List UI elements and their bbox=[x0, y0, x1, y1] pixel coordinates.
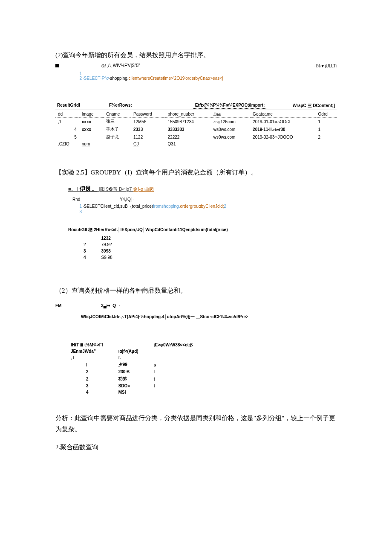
cell: 4 bbox=[82, 255, 99, 260]
table-row: 3SDO«t bbox=[69, 383, 205, 389]
cell: S9.98 bbox=[100, 255, 125, 260]
line-num: 2 bbox=[77, 76, 82, 81]
fm-line: FM 3▄↦│Q│· bbox=[55, 303, 337, 308]
table-row: 1232 bbox=[82, 235, 125, 241]
garble-toolbar: ■。 I 伊艮。 |阳 9❷喀 D∞lg7 金|-ο 曲囪 bbox=[68, 185, 337, 193]
cell: 功笫 bbox=[117, 375, 151, 382]
cell: .CZIQ bbox=[55, 141, 79, 147]
cell: 4 bbox=[84, 389, 116, 395]
cell bbox=[250, 141, 315, 147]
table-header-row: IHtT Ⅲ t%M¾>FI jE>φ0WrW38<<ct:β bbox=[69, 342, 205, 348]
garble-text: 金|-ο 曲囪 bbox=[133, 186, 154, 192]
sql-garble-3: WIiqJCOfMiClidJrk·,·-T(APi4)·½hoppIng.4│… bbox=[81, 314, 337, 320]
cell: ws9ws.com bbox=[211, 133, 250, 141]
cell: 1 bbox=[316, 118, 337, 126]
cell: 夕99 bbox=[117, 361, 151, 368]
cell: SDO« bbox=[117, 383, 151, 389]
line-num: 1 bbox=[77, 71, 82, 76]
col-geateame: Geateame bbox=[250, 111, 315, 118]
cell bbox=[82, 235, 99, 241]
cell: 2019-02-03∞JOOOO bbox=[250, 133, 315, 141]
cell: xxxx bbox=[79, 125, 104, 133]
toolbar-2-2: Oi 八 WIV¾F'V|S"5" ·I%▼jULLTi bbox=[55, 63, 337, 69]
wrap-content-label: WrapC 三 DContent;] bbox=[291, 103, 337, 109]
table-row: 4 xxxx 手木子 2333 3333333 ws0ws.com 2019·1… bbox=[55, 125, 337, 133]
cell: 1 bbox=[316, 125, 337, 133]
table-row: 279.92 bbox=[82, 242, 125, 247]
cell: 4 bbox=[55, 125, 79, 133]
col-odrd: Odrd bbox=[316, 111, 337, 118]
line-num: 3 bbox=[77, 209, 82, 214]
garble-text: |阳 9❷喀 D∞lg7 bbox=[98, 186, 133, 192]
sql-block-1: 1 2·SELECT·F^σ·shopping.clientwhereCreat… bbox=[77, 71, 337, 81]
cell: num bbox=[79, 141, 104, 147]
cell: 79.92 bbox=[100, 242, 125, 247]
subsection-2: 2.聚合函数查询 bbox=[55, 443, 337, 451]
cell: t bbox=[152, 375, 206, 382]
table-sub-row: JEnmJWda" ιαjf<(Aμd) bbox=[69, 349, 205, 354]
toolbar-right: ·I%▼jULLTi bbox=[314, 64, 337, 68]
col-left: IHtT Ⅲ t%M¾>FI bbox=[69, 342, 116, 348]
cell: 手木子 bbox=[104, 125, 131, 133]
oi-label: Oi bbox=[101, 64, 106, 68]
cell: 赵子龙 bbox=[104, 133, 131, 141]
sql-text: clientwhereCreatetime>'2O19'orderbyCnaα>… bbox=[129, 76, 223, 81]
cell: 1122 bbox=[131, 133, 165, 141]
cell: 2 bbox=[84, 369, 116, 375]
cell: GJ bbox=[131, 141, 165, 147]
table-row: .CZIQ num GJ Q31 bbox=[55, 141, 337, 147]
table-row: 2功笫t bbox=[69, 375, 205, 382]
sql-text: ·SELECTClient_cid,suB（total_price) bbox=[83, 204, 153, 209]
cell bbox=[152, 355, 206, 360]
cell: 张三 bbox=[104, 118, 131, 126]
col-image: Image bbox=[79, 111, 104, 118]
col-enai: Enai bbox=[211, 111, 250, 118]
square-icon bbox=[55, 64, 59, 67]
result-header-1: ResultGridl F¾erRows: Etftx[¾¼P¾¾F≢¼EXPO… bbox=[55, 102, 337, 110]
sql-text: fromshopping. bbox=[153, 204, 180, 209]
cell: t bbox=[152, 383, 206, 389]
cell: , t bbox=[69, 355, 116, 360]
col-mid bbox=[117, 342, 151, 348]
result-table-2: 1232 279.92 33998 4S9.98 bbox=[81, 235, 126, 261]
sql-text: ordergrouαbyClienJcid; bbox=[180, 204, 224, 209]
analysis-text: 分析：此查询中需要对商品进行分类，分类依据是同类别和价格，这是″多列分组″，较上… bbox=[55, 413, 337, 435]
cell: Q31 bbox=[165, 141, 211, 147]
table-row: 33998 bbox=[82, 248, 125, 254]
sql-block-2: 1·SELECTClient_cid,suB（total_price)froms… bbox=[77, 203, 337, 214]
cell: 2019·11·II∞ι∞r30 bbox=[250, 125, 315, 133]
cell: 2019-01-01∞sOOrX bbox=[250, 118, 315, 126]
cell bbox=[104, 141, 131, 147]
cell: 1232 bbox=[100, 235, 125, 241]
col-right: jE>φ0WrW38<<ct:β bbox=[152, 342, 206, 348]
rnd-line: Rnd Y4,IQ│· bbox=[72, 197, 337, 202]
prompt-2-5b: （2）查询类别价格一样的各种商品数量总和。 bbox=[55, 287, 337, 295]
cell bbox=[211, 141, 250, 147]
cell: ιαjf<(Aμd) bbox=[117, 349, 151, 354]
cell: I bbox=[84, 361, 116, 368]
cell: JEnmJWda" bbox=[69, 349, 116, 354]
cell bbox=[152, 389, 206, 395]
result-table-3: IHtT Ⅲ t%M¾>FI jE>φ0WrW38<<ct:β JEnmJWda… bbox=[68, 341, 206, 396]
cell: 3 bbox=[82, 248, 99, 254]
export-import-label: Etftx[¾¼P¾¾F≢¼EXPOCt/Import; bbox=[193, 103, 267, 109]
cell: s bbox=[152, 361, 206, 368]
table-row: ,1 xxxx 张三 12M56 15509871234 zsφ126com 2… bbox=[55, 118, 337, 126]
fm-value: 3▄↦│Q│· bbox=[101, 303, 120, 308]
table-row: 4MSl bbox=[69, 389, 205, 395]
cell: zsφ126com bbox=[211, 118, 250, 126]
col-cname: Cname bbox=[104, 111, 131, 118]
line-num: 1 bbox=[77, 204, 82, 209]
table-sub-row: , t t- bbox=[69, 355, 205, 360]
cell: 2 bbox=[316, 133, 337, 141]
result-table-1: dd Image Cname Password phore_nuuber Ena… bbox=[55, 111, 337, 147]
table-header-row: dd Image Cname Password phore_nuuber Ena… bbox=[55, 111, 337, 118]
col-password: Password bbox=[131, 111, 165, 118]
cell: 12M56 bbox=[131, 118, 165, 126]
cell: MSl bbox=[117, 389, 151, 395]
cell: 3333333 bbox=[165, 125, 211, 133]
cell: 230·B bbox=[117, 369, 151, 375]
garble-text: ■。 I bbox=[68, 186, 80, 192]
cell: 15509871234 bbox=[165, 118, 211, 126]
toolbar-garble: 八 WIV¾F'V|S"5" bbox=[107, 63, 140, 69]
